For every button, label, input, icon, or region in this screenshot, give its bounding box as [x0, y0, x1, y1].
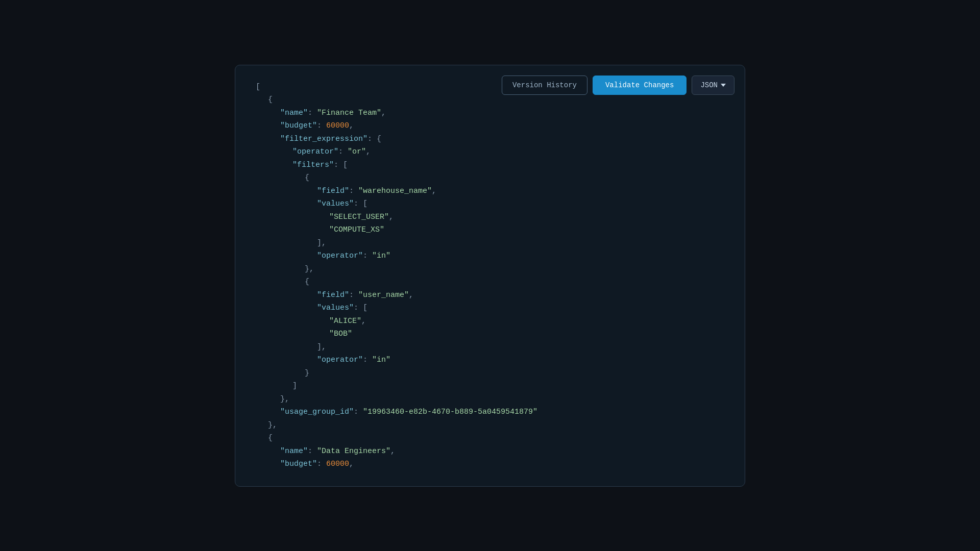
code-line: "values": [ — [256, 302, 724, 315]
code-editor[interactable]: [ { "name": "Finance Team", "budget": 60… — [235, 65, 745, 486]
code-line: "operator": "in" — [256, 249, 724, 263]
code-line: } — [256, 367, 724, 380]
code-line: "ALICE", — [256, 315, 724, 328]
code-line: ] — [256, 380, 724, 393]
code-line: "values": [ — [256, 197, 724, 211]
validate-changes-button[interactable]: Validate Changes — [593, 76, 687, 95]
version-history-button[interactable]: Version History — [502, 76, 587, 95]
code-line: "BOB" — [256, 328, 724, 341]
code-line: { — [256, 432, 724, 445]
code-line: }, — [256, 393, 724, 406]
code-line: "name": "Data Engineers", — [256, 445, 724, 458]
code-line: "operator": "in" — [256, 354, 724, 367]
code-line: "budget": 60000, — [256, 119, 724, 133]
code-line: "budget": 60000, — [256, 458, 724, 471]
code-line: "filter_expression": { — [256, 133, 724, 146]
code-line: "operator": "or", — [256, 145, 724, 159]
code-line: ], — [256, 341, 724, 354]
code-line: }, — [256, 419, 724, 432]
code-line: "SELECT_USER", — [256, 211, 724, 224]
code-line: { — [256, 171, 724, 185]
toolbar: Version History Validate Changes JSON — [502, 76, 734, 95]
code-line: ], — [256, 237, 724, 250]
code-line: "name": "Finance Team", — [256, 107, 724, 120]
code-line: "field": "warehouse_name", — [256, 185, 724, 198]
json-format-button[interactable]: JSON — [692, 76, 734, 95]
code-line: "filters": [ — [256, 159, 724, 172]
editor-container: Version History Validate Changes JSON [ … — [235, 65, 745, 487]
code-line: { — [256, 276, 724, 289]
code-line: "usage_group_id": "19963460-e82b-4670-b8… — [256, 406, 724, 419]
code-line: "field": "user_name", — [256, 289, 724, 302]
code-line: }, — [256, 263, 724, 276]
code-line: { — [256, 93, 724, 107]
code-line: "COMPUTE_XS" — [256, 223, 724, 237]
chevron-down-icon — [721, 84, 726, 87]
json-label: JSON — [700, 81, 718, 89]
